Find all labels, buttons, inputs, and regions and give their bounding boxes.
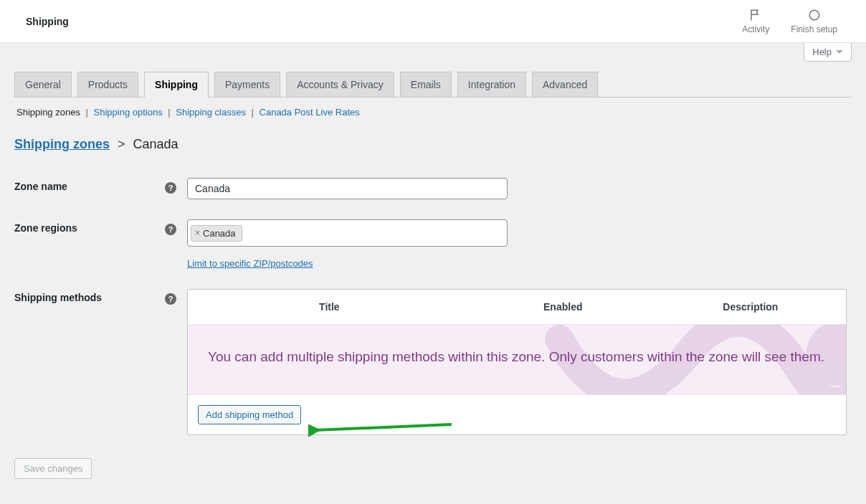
save-button[interactable]: Save changes <box>14 458 92 479</box>
finish-setup-button[interactable]: Finish setup <box>791 9 837 34</box>
region-tag: × Canada <box>191 225 242 242</box>
help-dropdown[interactable]: Help <box>804 43 852 62</box>
activity-button[interactable]: Activity <box>742 9 769 34</box>
tab-general[interactable]: General <box>14 72 72 98</box>
zone-regions-label: Zone regions <box>14 219 165 234</box>
topbar-actions: Activity Finish setup <box>742 9 837 34</box>
page-title: Shipping <box>26 16 69 27</box>
tab-advanced[interactable]: Advanced <box>532 72 598 98</box>
help-icon[interactable]: ? <box>165 224 176 235</box>
region-tag-label: Canada <box>203 228 236 239</box>
col-title: Title <box>188 301 471 313</box>
settings-tabs: General Products Shipping Payments Accou… <box>14 72 852 98</box>
zone-name-label: Zone name <box>14 178 165 192</box>
empty-state: You can add multiple shipping methods wi… <box>188 325 846 394</box>
chevron-right-icon: > <box>118 137 125 151</box>
limit-zip-link[interactable]: Limit to specific ZIP/postcodes <box>187 258 313 269</box>
zone-regions-input[interactable]: × Canada <box>187 219 508 247</box>
subtab-canada-post[interactable]: Canada Post Live Rates <box>260 107 360 118</box>
breadcrumb-current: Canada <box>133 137 179 151</box>
tab-payments[interactable]: Payments <box>214 72 280 98</box>
subtab-zones[interactable]: Shipping zones <box>16 107 80 118</box>
help-icon[interactable]: ? <box>165 182 176 194</box>
breadcrumb-root-link[interactable]: Shipping zones <box>14 137 110 151</box>
col-enabled: Enabled <box>471 301 655 313</box>
remove-tag-icon[interactable]: × <box>195 228 200 238</box>
shipping-subnav: Shipping zones | Shipping options | Ship… <box>14 98 852 127</box>
tab-products[interactable]: Products <box>77 72 138 98</box>
tab-shipping[interactable]: Shipping <box>144 72 209 98</box>
finish-setup-label: Finish setup <box>791 24 837 34</box>
tab-accounts[interactable]: Accounts & Privacy <box>286 72 394 98</box>
svg-point-0 <box>809 10 819 20</box>
content: General Products Shipping Payments Accou… <box>0 72 866 479</box>
tab-integration[interactable]: Integration <box>457 72 526 98</box>
row-zone-name: Zone name ? <box>14 168 852 209</box>
circle-icon <box>808 9 821 22</box>
add-shipping-method-button[interactable]: Add shipping method <box>198 405 301 424</box>
table-footer: Add shipping method <box>188 394 846 434</box>
col-description: Description <box>655 301 846 313</box>
top-bar: Shipping Activity Finish setup <box>0 0 866 43</box>
flag-icon <box>749 9 762 22</box>
row-zone-regions: Zone regions ? × Canada Limit to specifi… <box>14 209 852 279</box>
table-header: Title Enabled Description <box>188 290 846 325</box>
zone-name-input[interactable] <box>187 178 508 199</box>
help-label: Help <box>812 47 832 57</box>
shipping-methods-label: Shipping methods <box>14 289 165 303</box>
tab-emails[interactable]: Emails <box>400 72 452 98</box>
shipping-methods-table: Title Enabled Description You can add mu… <box>187 289 847 435</box>
row-shipping-methods: Shipping methods ? Title Enabled Descrip… <box>14 279 852 445</box>
subtab-classes[interactable]: Shipping classes <box>176 107 246 118</box>
subtab-options[interactable]: Shipping options <box>94 107 163 118</box>
activity-label: Activity <box>742 24 769 34</box>
empty-message: You can add multiple shipping methods wi… <box>208 346 826 367</box>
help-icon[interactable]: ? <box>165 293 176 305</box>
breadcrumb: Shipping zones > Canada <box>14 137 852 152</box>
